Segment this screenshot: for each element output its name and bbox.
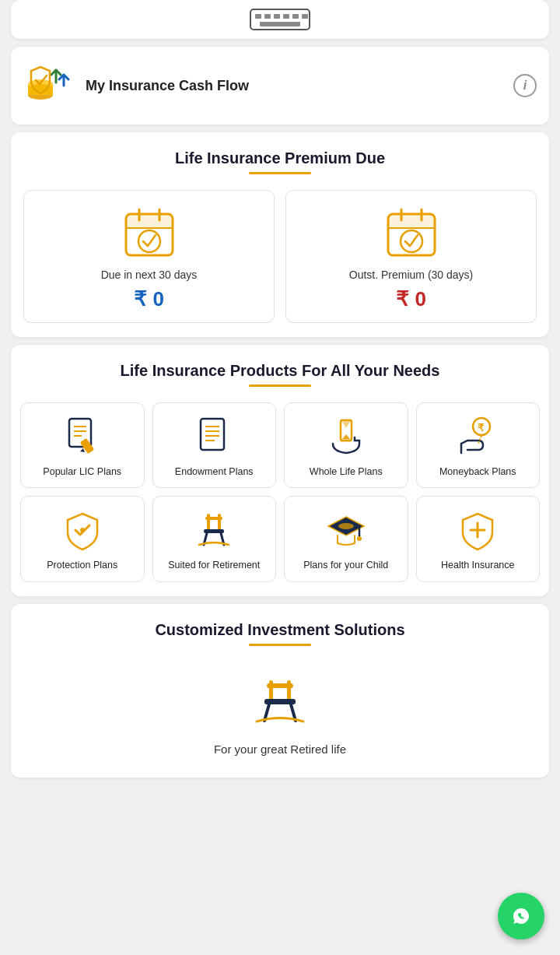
svg-point-52 bbox=[338, 523, 354, 529]
svg-rect-58 bbox=[287, 680, 291, 700]
calendar-due-icon bbox=[122, 205, 177, 259]
premium-card-due[interactable]: Due in next 30 days ₹ 0 bbox=[23, 190, 275, 323]
product-retirement-label: Suited for Retirement bbox=[159, 559, 270, 571]
cashflow-card: My Insurance Cash Flow i bbox=[11, 47, 549, 125]
product-endowment[interactable]: Endowment Plans bbox=[152, 402, 277, 488]
top-card bbox=[11, 0, 549, 39]
shield-plus-icon bbox=[457, 509, 499, 551]
svg-rect-1 bbox=[255, 14, 261, 19]
cashflow-icon bbox=[23, 61, 73, 111]
svg-rect-59 bbox=[267, 683, 293, 688]
info-button[interactable]: i bbox=[513, 74, 537, 97]
premium-due-label: Due in next 30 days bbox=[33, 269, 264, 281]
svg-rect-15 bbox=[126, 214, 173, 228]
product-child-plans[interactable]: Plans for your Child bbox=[284, 496, 408, 581]
whatsapp-icon bbox=[507, 902, 535, 930]
svg-rect-21 bbox=[388, 214, 435, 228]
premium-card-outstanding[interactable]: Outst. Premium (30 days) ₹ 0 bbox=[285, 190, 537, 323]
svg-point-54 bbox=[357, 536, 362, 541]
product-health-insurance[interactable]: Health Insurance bbox=[416, 496, 541, 581]
products-grid: Popular LIC Plans Endowment Plans bbox=[20, 402, 540, 582]
investment-section: Customized Investment Solutions For your… bbox=[11, 604, 549, 778]
product-moneyback-label: Moneyback Plans bbox=[423, 465, 534, 478]
investment-title-underline bbox=[249, 644, 311, 646]
svg-rect-3 bbox=[274, 14, 280, 19]
shield-check-icon bbox=[61, 509, 103, 551]
svg-rect-4 bbox=[283, 14, 289, 19]
products-section-title: Life Insurance Products For All Your Nee… bbox=[20, 362, 540, 380]
document-lines-icon bbox=[193, 416, 235, 458]
premium-cards-container: Due in next 30 days ₹ 0 Outst. Premium (… bbox=[23, 190, 537, 323]
product-popular-lic[interactable]: Popular LIC Plans bbox=[20, 402, 145, 488]
product-health-insurance-label: Health Insurance bbox=[423, 559, 534, 571]
investment-card-label: For your great Retired life bbox=[23, 743, 537, 756]
svg-rect-57 bbox=[269, 680, 273, 700]
product-protection[interactable]: Protection Plans bbox=[20, 496, 145, 581]
svg-rect-0 bbox=[250, 9, 310, 30]
product-popular-lic-label: Popular LIC Plans bbox=[27, 465, 138, 478]
product-retirement[interactable]: Suited for Retirement bbox=[152, 496, 277, 581]
product-endowment-label: Endowment Plans bbox=[159, 465, 270, 478]
hourglass-hand-icon bbox=[325, 416, 367, 458]
svg-rect-44 bbox=[207, 514, 210, 531]
cashflow-left: My Insurance Cash Flow bbox=[23, 61, 249, 111]
premium-due-section: Life Insurance Premium Due Due in next 3… bbox=[11, 132, 549, 337]
product-child-plans-label: Plans for your Child bbox=[291, 559, 401, 571]
product-whole-life[interactable]: Whole Life Plans bbox=[284, 402, 408, 488]
investment-rocking-chair-icon bbox=[249, 677, 311, 732]
products-title-underline bbox=[249, 384, 311, 387]
product-protection-label: Protection Plans bbox=[27, 559, 138, 571]
svg-rect-46 bbox=[205, 517, 222, 520]
svg-rect-7 bbox=[260, 22, 300, 26]
svg-rect-5 bbox=[292, 14, 299, 19]
svg-rect-2 bbox=[264, 14, 271, 19]
graduation-cap-icon bbox=[325, 509, 367, 551]
investment-content: For your great Retired life bbox=[23, 662, 537, 764]
svg-rect-32 bbox=[201, 419, 224, 450]
investment-section-title: Customized Investment Solutions bbox=[23, 621, 537, 639]
rocking-chair-icon bbox=[193, 509, 235, 551]
svg-text:₹: ₹ bbox=[478, 422, 485, 434]
svg-marker-31 bbox=[80, 448, 85, 452]
whatsapp-button[interactable] bbox=[498, 893, 544, 939]
svg-point-25 bbox=[401, 230, 422, 252]
cashflow-title: My Insurance Cash Flow bbox=[86, 78, 249, 94]
document-pen-icon bbox=[61, 416, 103, 458]
premium-section-title: Life Insurance Premium Due bbox=[23, 149, 537, 167]
top-icon-bar bbox=[249, 8, 311, 31]
premium-title-underline bbox=[249, 172, 311, 174]
premium-outstanding-label: Outst. Premium (30 days) bbox=[296, 269, 527, 281]
premium-due-amount: ₹ 0 bbox=[33, 287, 264, 311]
keyboard-icon bbox=[249, 8, 311, 31]
svg-rect-6 bbox=[302, 14, 308, 19]
products-section: Life Insurance Products For All Your Nee… bbox=[11, 345, 549, 596]
svg-rect-45 bbox=[218, 514, 221, 531]
product-moneyback[interactable]: ₹ Moneyback Plans bbox=[416, 402, 541, 488]
premium-outstanding-amount: ₹ 0 bbox=[296, 287, 527, 311]
product-whole-life-label: Whole Life Plans bbox=[291, 465, 401, 478]
hand-coin-icon: ₹ bbox=[457, 416, 499, 458]
calendar-outstanding-icon bbox=[384, 205, 439, 259]
svg-point-19 bbox=[138, 230, 160, 252]
